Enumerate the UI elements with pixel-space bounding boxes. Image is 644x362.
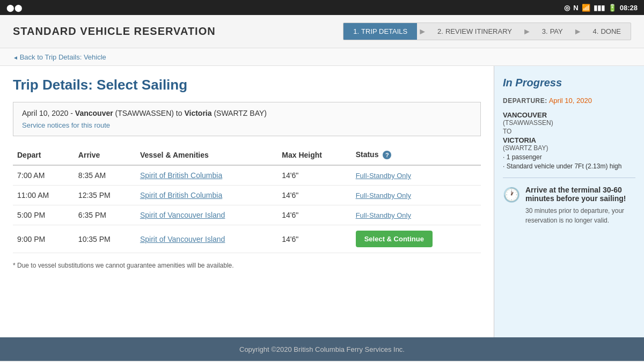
route-date-text: April 10, 2020 -: [22, 109, 75, 117]
clock-icon: 🕐: [503, 187, 520, 203]
step-4[interactable]: 4. DONE: [583, 23, 631, 40]
status-info-icon[interactable]: ?: [383, 151, 391, 159]
depart-3: 5:00 PM: [13, 205, 74, 225]
footnote: * Due to vessel substitutions we cannot …: [13, 262, 481, 269]
from-sub-detail: (TSAWWASSEN): [503, 119, 635, 127]
vessel-3: Spirit of Vancouver Island: [136, 205, 277, 225]
divider: [503, 178, 635, 178]
footer: Copyright ©2020 British Columbia Ferry S…: [0, 337, 644, 361]
height-3: 14'6": [277, 205, 351, 225]
table-row: 11:00 AM 12:35 PM Spirit of British Colu…: [13, 186, 481, 205]
step-3[interactable]: 3. PAY: [532, 23, 573, 40]
signal-icon: ▮▮▮: [594, 4, 605, 12]
step-1-number: 1.: [353, 27, 359, 35]
stepper: 1. TRIP DETAILS ► 2. REVIEW ITINERARY ► …: [343, 23, 631, 40]
table-row: 9:00 PM 10:35 PM Spirit of Vancouver Isl…: [13, 225, 481, 253]
status-bar-left: ⬤⬤: [6, 4, 23, 12]
arrive-body: 30 minutes prior to departure, your rese…: [525, 206, 635, 225]
height-4: 14'6": [277, 225, 351, 253]
breadcrumb-bar: Back to Trip Details: Vehicle: [0, 48, 644, 66]
height-1: 14'6": [277, 165, 351, 186]
step-arrow-1: ►: [417, 27, 428, 36]
arrive-3: 6:35 PM: [74, 205, 136, 225]
standby-link-2[interactable]: Full-Standby Only: [356, 191, 411, 200]
col-height: Max Height: [277, 145, 351, 165]
standby-link-1[interactable]: Full-Standby Only: [356, 172, 411, 180]
step-3-label: PAY: [550, 27, 563, 35]
sailing-table: Depart Arrive Vessel & Amenities Max Hei…: [13, 145, 481, 253]
step-arrow-2: ►: [522, 27, 532, 36]
app-icon: ⬤⬤: [6, 4, 23, 12]
departure-detail: Departure: April 10, 2020: [503, 97, 635, 105]
from-detail: VANCOUVER (TSAWWASSEN) TO VICTORIA (SWAR…: [503, 111, 635, 170]
route-box: April 10, 2020 - Vancouver (TSAWWASSEN) …: [13, 102, 481, 136]
route-date: April 10, 2020 - Vancouver (TSAWWASSEN) …: [22, 109, 472, 117]
vessel-link-2[interactable]: Spirit of British Columbia: [140, 191, 222, 200]
page-title: Trip Details: Select Sailing: [13, 77, 481, 93]
step-2[interactable]: 2. REVIEW ITINERARY: [428, 23, 522, 40]
nfc-icon: N: [573, 4, 578, 12]
breadcrumb-link[interactable]: Back to Trip Details: Vehicle: [13, 53, 106, 61]
vessel-2: Spirit of British Columbia: [136, 186, 277, 205]
table-row: 7:00 AM 8:35 AM Spirit of British Columb…: [13, 165, 481, 186]
left-panel: Trip Details: Select Sailing April 10, 2…: [0, 66, 494, 337]
status-1: Full-Standby Only: [352, 165, 481, 186]
from-city-detail: VANCOUVER: [503, 111, 635, 119]
from-city: Vancouver: [75, 109, 113, 117]
status-3: Full-Standby Only: [352, 205, 481, 225]
copyright: Copyright ©2020 British Columbia Ferry S…: [239, 345, 405, 353]
table-row: 5:00 PM 6:35 PM Spirit of Vancouver Isla…: [13, 205, 481, 225]
step-1-label: TRIP DETAILS: [361, 27, 407, 35]
status-2: Full-Standby Only: [352, 186, 481, 205]
step-2-label: REVIEW ITINERARY: [445, 27, 512, 35]
step-3-number: 3.: [542, 27, 548, 35]
vessel-link-1[interactable]: Spirit of British Columbia: [140, 171, 222, 180]
height-2: 14'6": [277, 186, 351, 205]
departure-date: April 10, 2020: [549, 97, 592, 105]
status-bar: ⬤⬤ ◎ N 📶 ▮▮▮ 🔋 08:28: [0, 0, 644, 15]
header: STANDARD VEHICLE RESERVATION 1. TRIP DET…: [0, 15, 644, 48]
col-depart: Depart: [13, 145, 74, 165]
step-1[interactable]: 1. TRIP DETAILS: [343, 23, 417, 40]
table-header-row: Depart Arrive Vessel & Amenities Max Hei…: [13, 145, 481, 165]
vessel-link-4[interactable]: Spirit of Vancouver Island: [140, 235, 225, 243]
main-content: Trip Details: Select Sailing April 10, 2…: [0, 66, 644, 337]
location-icon: ◎: [564, 4, 570, 12]
battery-icon: 🔋: [608, 4, 617, 12]
col-arrive: Arrive: [74, 145, 136, 165]
standby-link-3[interactable]: Full-Standby Only: [356, 211, 411, 219]
col-vessel: Vessel & Amenities: [136, 145, 277, 165]
select-continue-button[interactable]: Select & Continue: [356, 231, 433, 247]
arrive-2: 12:35 PM: [74, 186, 136, 205]
to-city: Victoria: [184, 109, 211, 117]
to-sub-detail: (SWARTZ BAY): [503, 144, 635, 152]
step-4-label: DONE: [601, 27, 621, 35]
col-status: Status ?: [352, 145, 481, 165]
arrive-1: 8:35 AM: [74, 165, 136, 186]
to-code: (SWARTZ BAY): [214, 109, 267, 117]
from-code: (TSAWWASSEN) to: [115, 109, 185, 117]
depart-4: 9:00 PM: [13, 225, 74, 253]
step-2-number: 2.: [437, 27, 443, 35]
service-notice-link[interactable]: Service notices for this route: [22, 121, 110, 129]
status-bar-right: ◎ N 📶 ▮▮▮ 🔋 08:28: [564, 4, 638, 12]
arrive-4: 10:35 PM: [74, 225, 136, 253]
depart-1: 7:00 AM: [13, 165, 74, 186]
to-city-detail: VICTORIA: [503, 136, 635, 144]
vessel-link-3[interactable]: Spirit of Vancouver Island: [140, 211, 225, 219]
depart-2: 11:00 AM: [13, 186, 74, 205]
in-progress-title: In Progress: [503, 77, 635, 89]
to-label: TO: [503, 128, 635, 135]
clock: 08:28: [620, 4, 638, 12]
vessel-4: Spirit of Vancouver Island: [136, 225, 277, 253]
wifi-icon: 📶: [582, 4, 590, 12]
arrive-heading: Arrive at the terminal 30-60 minutes bef…: [525, 186, 626, 203]
passenger-count: · 1 passenger: [503, 153, 635, 161]
status-4: Select & Continue: [352, 225, 481, 253]
step-4-number: 4.: [593, 27, 599, 35]
vessel-1: Spirit of British Columbia: [136, 165, 277, 186]
page-main-title: STANDARD VEHICLE RESERVATION: [13, 25, 216, 38]
arrive-text: Arrive at the terminal 30-60 minutes bef…: [525, 186, 635, 225]
vehicle-type: · Standard vehicle under 7Ft (2.13m) hig…: [503, 162, 635, 170]
arrive-box: 🕐 Arrive at the terminal 30-60 minutes b…: [503, 186, 635, 225]
